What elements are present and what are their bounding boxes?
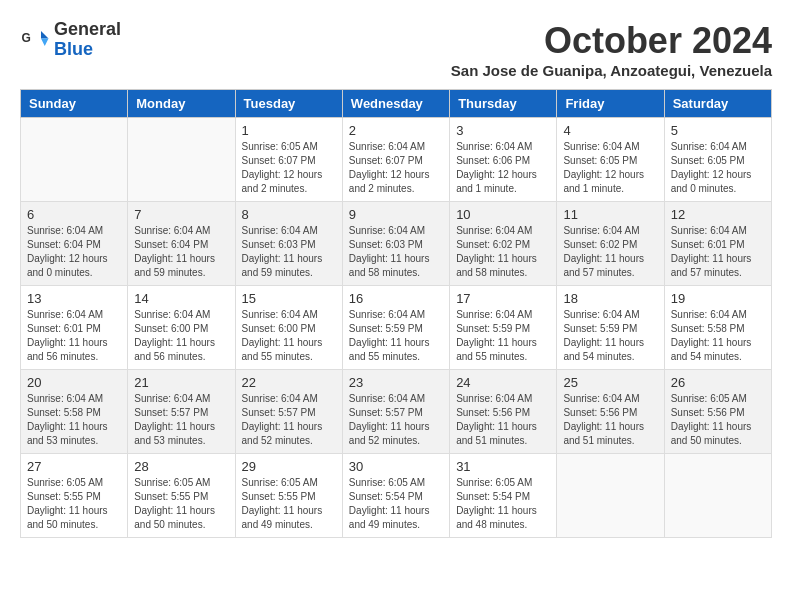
day-number: 4: [563, 123, 657, 138]
day-number: 15: [242, 291, 336, 306]
day-info: Sunrise: 6:04 AM Sunset: 5:56 PM Dayligh…: [563, 392, 657, 448]
calendar-cell: 27Sunrise: 6:05 AM Sunset: 5:55 PM Dayli…: [21, 454, 128, 538]
day-number: 26: [671, 375, 765, 390]
logo-general-text: General: [54, 20, 121, 40]
day-number: 3: [456, 123, 550, 138]
day-info: Sunrise: 6:04 AM Sunset: 6:00 PM Dayligh…: [134, 308, 228, 364]
calendar-cell: 15Sunrise: 6:04 AM Sunset: 6:00 PM Dayli…: [235, 286, 342, 370]
col-header-monday: Monday: [128, 90, 235, 118]
calendar-cell: 21Sunrise: 6:04 AM Sunset: 5:57 PM Dayli…: [128, 370, 235, 454]
calendar-cell: 13Sunrise: 6:04 AM Sunset: 6:01 PM Dayli…: [21, 286, 128, 370]
calendar-cell: 14Sunrise: 6:04 AM Sunset: 6:00 PM Dayli…: [128, 286, 235, 370]
calendar-cell: 18Sunrise: 6:04 AM Sunset: 5:59 PM Dayli…: [557, 286, 664, 370]
day-info: Sunrise: 6:04 AM Sunset: 6:00 PM Dayligh…: [242, 308, 336, 364]
day-info: Sunrise: 6:04 AM Sunset: 6:06 PM Dayligh…: [456, 140, 550, 196]
calendar-cell: 26Sunrise: 6:05 AM Sunset: 5:56 PM Dayli…: [664, 370, 771, 454]
day-info: Sunrise: 6:04 AM Sunset: 5:57 PM Dayligh…: [349, 392, 443, 448]
calendar-week-row: 1Sunrise: 6:05 AM Sunset: 6:07 PM Daylig…: [21, 118, 772, 202]
calendar-cell: 22Sunrise: 6:04 AM Sunset: 5:57 PM Dayli…: [235, 370, 342, 454]
calendar-cell: [557, 454, 664, 538]
day-number: 25: [563, 375, 657, 390]
calendar-cell: [21, 118, 128, 202]
day-info: Sunrise: 6:04 AM Sunset: 5:56 PM Dayligh…: [456, 392, 550, 448]
day-number: 2: [349, 123, 443, 138]
col-header-wednesday: Wednesday: [342, 90, 449, 118]
day-number: 24: [456, 375, 550, 390]
day-number: 8: [242, 207, 336, 222]
calendar-cell: 8Sunrise: 6:04 AM Sunset: 6:03 PM Daylig…: [235, 202, 342, 286]
day-info: Sunrise: 6:04 AM Sunset: 6:03 PM Dayligh…: [349, 224, 443, 280]
day-info: Sunrise: 6:04 AM Sunset: 6:04 PM Dayligh…: [27, 224, 121, 280]
day-number: 27: [27, 459, 121, 474]
day-info: Sunrise: 6:04 AM Sunset: 6:02 PM Dayligh…: [456, 224, 550, 280]
calendar-cell: 6Sunrise: 6:04 AM Sunset: 6:04 PM Daylig…: [21, 202, 128, 286]
calendar-week-row: 27Sunrise: 6:05 AM Sunset: 5:55 PM Dayli…: [21, 454, 772, 538]
calendar-cell: 11Sunrise: 6:04 AM Sunset: 6:02 PM Dayli…: [557, 202, 664, 286]
day-number: 13: [27, 291, 121, 306]
col-header-friday: Friday: [557, 90, 664, 118]
day-info: Sunrise: 6:04 AM Sunset: 5:57 PM Dayligh…: [134, 392, 228, 448]
calendar-cell: 16Sunrise: 6:04 AM Sunset: 5:59 PM Dayli…: [342, 286, 449, 370]
day-number: 30: [349, 459, 443, 474]
logo-icon: G: [20, 25, 50, 55]
day-number: 14: [134, 291, 228, 306]
day-info: Sunrise: 6:04 AM Sunset: 5:59 PM Dayligh…: [349, 308, 443, 364]
day-info: Sunrise: 6:04 AM Sunset: 6:05 PM Dayligh…: [671, 140, 765, 196]
calendar-cell: 23Sunrise: 6:04 AM Sunset: 5:57 PM Dayli…: [342, 370, 449, 454]
calendar-cell: 10Sunrise: 6:04 AM Sunset: 6:02 PM Dayli…: [450, 202, 557, 286]
day-info: Sunrise: 6:04 AM Sunset: 6:01 PM Dayligh…: [671, 224, 765, 280]
day-info: Sunrise: 6:04 AM Sunset: 6:05 PM Dayligh…: [563, 140, 657, 196]
calendar-cell: 3Sunrise: 6:04 AM Sunset: 6:06 PM Daylig…: [450, 118, 557, 202]
day-number: 31: [456, 459, 550, 474]
day-info: Sunrise: 6:04 AM Sunset: 6:01 PM Dayligh…: [27, 308, 121, 364]
day-info: Sunrise: 6:05 AM Sunset: 5:55 PM Dayligh…: [27, 476, 121, 532]
calendar-cell: 29Sunrise: 6:05 AM Sunset: 5:55 PM Dayli…: [235, 454, 342, 538]
col-header-sunday: Sunday: [21, 90, 128, 118]
day-number: 18: [563, 291, 657, 306]
svg-marker-2: [41, 31, 49, 39]
calendar-cell: 2Sunrise: 6:04 AM Sunset: 6:07 PM Daylig…: [342, 118, 449, 202]
day-number: 29: [242, 459, 336, 474]
day-info: Sunrise: 6:04 AM Sunset: 5:59 PM Dayligh…: [563, 308, 657, 364]
calendar-cell: 12Sunrise: 6:04 AM Sunset: 6:01 PM Dayli…: [664, 202, 771, 286]
calendar-cell: 20Sunrise: 6:04 AM Sunset: 5:58 PM Dayli…: [21, 370, 128, 454]
day-number: 1: [242, 123, 336, 138]
day-number: 5: [671, 123, 765, 138]
calendar-week-row: 6Sunrise: 6:04 AM Sunset: 6:04 PM Daylig…: [21, 202, 772, 286]
logo: G General Blue: [20, 20, 121, 60]
calendar-cell: [664, 454, 771, 538]
svg-marker-3: [41, 38, 49, 46]
col-header-thursday: Thursday: [450, 90, 557, 118]
day-info: Sunrise: 6:05 AM Sunset: 5:55 PM Dayligh…: [242, 476, 336, 532]
calendar-cell: 31Sunrise: 6:05 AM Sunset: 5:54 PM Dayli…: [450, 454, 557, 538]
day-info: Sunrise: 6:05 AM Sunset: 5:56 PM Dayligh…: [671, 392, 765, 448]
day-info: Sunrise: 6:04 AM Sunset: 5:59 PM Dayligh…: [456, 308, 550, 364]
calendar-cell: 9Sunrise: 6:04 AM Sunset: 6:03 PM Daylig…: [342, 202, 449, 286]
page-header: G General Blue October 2024 San Jose de …: [20, 20, 772, 79]
calendar-cell: 30Sunrise: 6:05 AM Sunset: 5:54 PM Dayli…: [342, 454, 449, 538]
calendar-cell: 19Sunrise: 6:04 AM Sunset: 5:58 PM Dayli…: [664, 286, 771, 370]
logo-blue-text: Blue: [54, 40, 121, 60]
day-info: Sunrise: 6:04 AM Sunset: 5:57 PM Dayligh…: [242, 392, 336, 448]
calendar-cell: 24Sunrise: 6:04 AM Sunset: 5:56 PM Dayli…: [450, 370, 557, 454]
col-header-tuesday: Tuesday: [235, 90, 342, 118]
svg-text:G: G: [22, 30, 31, 44]
calendar-cell: 17Sunrise: 6:04 AM Sunset: 5:59 PM Dayli…: [450, 286, 557, 370]
day-number: 11: [563, 207, 657, 222]
month-title: October 2024: [451, 20, 772, 62]
day-info: Sunrise: 6:05 AM Sunset: 6:07 PM Dayligh…: [242, 140, 336, 196]
day-number: 21: [134, 375, 228, 390]
calendar-cell: 28Sunrise: 6:05 AM Sunset: 5:55 PM Dayli…: [128, 454, 235, 538]
day-number: 12: [671, 207, 765, 222]
day-info: Sunrise: 6:04 AM Sunset: 6:03 PM Dayligh…: [242, 224, 336, 280]
day-number: 6: [27, 207, 121, 222]
calendar-cell: 5Sunrise: 6:04 AM Sunset: 6:05 PM Daylig…: [664, 118, 771, 202]
day-info: Sunrise: 6:04 AM Sunset: 5:58 PM Dayligh…: [27, 392, 121, 448]
day-number: 19: [671, 291, 765, 306]
day-number: 17: [456, 291, 550, 306]
day-info: Sunrise: 6:04 AM Sunset: 6:07 PM Dayligh…: [349, 140, 443, 196]
day-number: 9: [349, 207, 443, 222]
day-number: 7: [134, 207, 228, 222]
calendar-cell: 7Sunrise: 6:04 AM Sunset: 6:04 PM Daylig…: [128, 202, 235, 286]
col-header-saturday: Saturday: [664, 90, 771, 118]
